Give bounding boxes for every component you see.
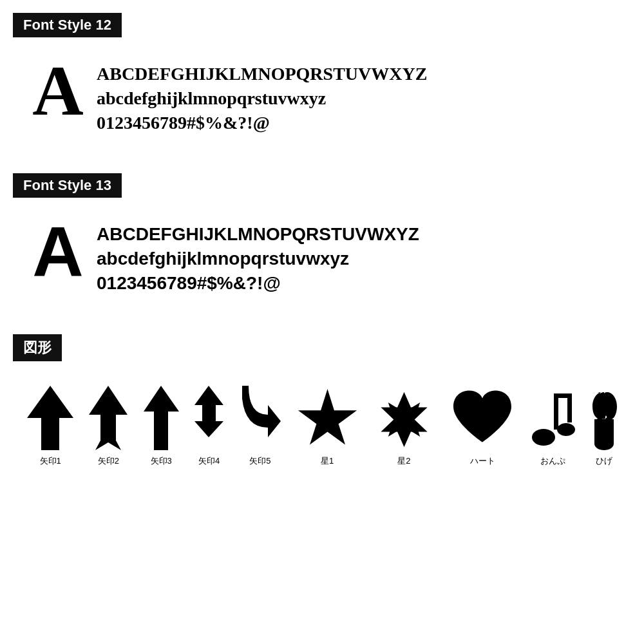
shape-music: おんぷ	[531, 386, 576, 467]
heart-icon	[450, 389, 515, 450]
shapes-grid: 矢印1 矢印2 矢印3	[13, 373, 631, 467]
font-style-13-demo: A ABCDEFGHIJKLMNOPQRSTUVWXYZ abcdefghijk…	[13, 209, 631, 308]
music-label: おんぷ	[540, 455, 565, 467]
font-style-12-big-letter: A	[26, 55, 90, 126]
shape-arrow3: 矢印3	[144, 386, 179, 467]
font-style-13-section: Font Style 13 A ABCDEFGHIJKLMNOPQRSTUVWX…	[13, 173, 631, 308]
star1-label: 星1	[321, 455, 334, 467]
font-style-12-label: Font Style 12	[13, 13, 122, 37]
svg-marker-0	[27, 386, 73, 450]
arrow3-label: 矢印3	[151, 455, 172, 467]
font-style-13-big-letter: A	[26, 216, 90, 287]
arrow5-label: 矢印5	[249, 455, 270, 467]
svg-point-7	[532, 429, 555, 446]
font-style-12-demo: A ABCDEFGHIJKLMNOPQRSTUVWXYZ abcdefghijk…	[13, 49, 631, 147]
shape-arrow1: 矢印1	[27, 386, 73, 467]
shape-heart: ハート	[450, 389, 515, 467]
arrow4-label: 矢印4	[198, 455, 220, 467]
mustache-icon	[591, 386, 617, 450]
star2-icon	[374, 389, 435, 450]
shape-star2: 星2	[374, 389, 435, 467]
font-style-13-lowercase: abcdefghijklmnopqrstuvwxyz	[97, 247, 419, 271]
font-style-13-charlines: ABCDEFGHIJKLMNOPQRSTUVWXYZ abcdefghijklm…	[97, 216, 419, 295]
font-style-12-uppercase: ABCDEFGHIJKLMNOPQRSTUVWXYZ	[97, 62, 427, 86]
font-style-13-label: Font Style 13	[13, 173, 122, 198]
font-style-13-uppercase: ABCDEFGHIJKLMNOPQRSTUVWXYZ	[97, 222, 419, 247]
shape-arrow2: 矢印2	[89, 386, 128, 467]
mustache-label: ひげ	[596, 455, 612, 467]
arrow4-icon	[194, 386, 223, 450]
heart-label: ハート	[470, 455, 495, 467]
shape-arrow5: 矢印5	[239, 386, 281, 467]
shape-arrow4: 矢印4	[194, 386, 223, 467]
font-style-13-numbers: 0123456789#$%&?!@	[97, 271, 419, 296]
font-style-12-section: Font Style 12 A ABCDEFGHIJKLMNOPQRSTUVWX…	[13, 13, 631, 147]
shape-mustache: ひげ	[591, 386, 617, 467]
page: Font Style 12 A ABCDEFGHIJKLMNOPQRSTUVWX…	[0, 0, 644, 486]
arrow1-label: 矢印1	[40, 455, 61, 467]
svg-marker-1	[89, 386, 128, 450]
arrow3-icon	[144, 386, 179, 450]
shapes-section: 図形 矢印1 矢印2	[13, 334, 631, 467]
star2-label: 星2	[397, 455, 410, 467]
font-style-12-numbers: 0123456789#$%&?!@	[97, 111, 427, 135]
arrow5-icon	[239, 386, 281, 450]
arrow2-icon	[89, 386, 128, 450]
arrow2-label: 矢印2	[98, 455, 119, 467]
svg-marker-2	[144, 386, 179, 450]
shapes-label: 図形	[13, 334, 62, 361]
svg-rect-9	[554, 393, 558, 430]
shape-star1: 星1	[297, 389, 358, 467]
music-icon	[531, 386, 576, 450]
arrow1-icon	[27, 386, 73, 450]
svg-rect-11	[567, 393, 572, 422]
font-style-12-charlines: ABCDEFGHIJKLMNOPQRSTUVWXYZ abcdefghijklm…	[97, 55, 427, 135]
font-style-12-lowercase: abcdefghijklmnopqrstuvwxyz	[97, 86, 427, 111]
svg-marker-4	[298, 389, 357, 444]
svg-point-8	[557, 423, 575, 436]
star1-icon	[297, 389, 358, 450]
svg-marker-3	[194, 386, 223, 437]
